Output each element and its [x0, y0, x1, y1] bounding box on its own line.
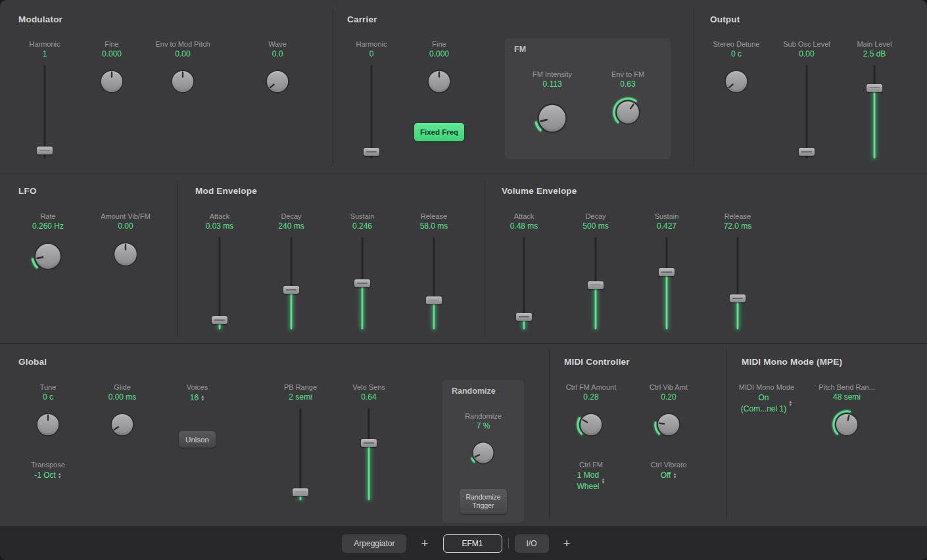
lfo-amount-knob[interactable] [110, 239, 141, 270]
modulator-fine-control: Fine 0.000 [76, 39, 148, 97]
carrier-fine-control: Fine 0.000 [403, 39, 475, 97]
main-level-slider[interactable] [866, 65, 883, 158]
carrier-fine-value[interactable]: 0.000 [429, 49, 449, 60]
pitch-bend-range-value[interactable]: 48 semi [833, 392, 861, 403]
mod-env-release-value[interactable]: 58.0 ms [420, 221, 448, 232]
fm-intensity-label: FM Intensity [533, 70, 572, 79]
carrier-harmonic-slider[interactable] [363, 65, 380, 158]
modulator-harmonic-control: Harmonic 1 [9, 39, 81, 158]
midi-mono-mode-value[interactable]: On (Com...nel 1) [741, 392, 786, 415]
wave-value[interactable]: 0.0 [272, 49, 283, 60]
voices-value[interactable]: 16 [190, 392, 199, 404]
modulator-harmonic-slider[interactable] [36, 65, 53, 158]
fm-intensity-value[interactable]: 0.113 [542, 79, 561, 90]
vol-env-attack-control: Attack 0.48 ms [488, 212, 560, 329]
vol-env-decay-value[interactable]: 500 ms [582, 221, 608, 232]
ctrl-fm-select-control: Ctrl FM 1 Mod Wheel ▲▼ [555, 460, 627, 492]
mod-env-attack-label: Attack [210, 212, 230, 221]
fixed-freq-button[interactable]: Fixed Freq [414, 123, 464, 141]
main-level-value[interactable]: 2.5 dB [863, 49, 886, 60]
transpose-stepper[interactable]: -1 Oct ▲▼ [34, 470, 62, 481]
stepper-arrows-icon[interactable]: ▲▼ [602, 478, 606, 484]
ctrl-vibrato-select[interactable]: Off ▲▼ [661, 470, 677, 481]
pb-range-value[interactable]: 2 semi [289, 392, 312, 403]
lfo-rate-knob[interactable] [30, 239, 66, 274]
stereo-detune-knob[interactable] [721, 66, 751, 97]
modulator-fine-value[interactable]: 0.000 [102, 49, 122, 60]
io-plugin-button[interactable]: I/O [515, 534, 549, 553]
vol-env-sustain-value[interactable]: 0.427 [657, 221, 677, 232]
stepper-down-icon[interactable]: ▼ [673, 476, 677, 479]
tune-value[interactable]: 0 c [43, 392, 53, 403]
stepper-down-icon[interactable]: ▼ [788, 404, 792, 407]
modulator-harmonic-value[interactable]: 1 [43, 49, 47, 60]
midi-mono-mode-select[interactable]: On (Com...nel 1) ▲▼ [741, 392, 792, 415]
stepper-arrows-icon[interactable]: ▲▼ [201, 395, 204, 402]
vol-env-sustain-slider[interactable] [658, 237, 675, 329]
wave-label: Wave [268, 39, 287, 49]
fm-panel-title: FM [514, 45, 526, 54]
add-plugin-icon[interactable]: + [563, 536, 571, 551]
mod-env-sustain-slider[interactable] [354, 237, 371, 329]
ctrl-vib-amt-value[interactable]: 0.20 [661, 392, 676, 403]
mod-env-sustain-value[interactable]: 0.246 [352, 221, 372, 232]
mod-env-release-slider[interactable] [425, 237, 442, 329]
fm-intensity-control: FM Intensity 0.113 [516, 70, 588, 137]
sub-osc-level-value[interactable]: 0.00 [799, 49, 814, 60]
stereo-detune-value[interactable]: 0 c [731, 49, 742, 60]
vol-env-attack-slider[interactable] [515, 237, 533, 329]
pb-range-slider[interactable] [292, 408, 309, 500]
stepper-arrows-icon[interactable]: ▲▼ [673, 473, 677, 479]
arpeggiator-plugin-button[interactable]: Arpeggiator [342, 534, 406, 553]
mod-env-decay-label: Decay [281, 212, 301, 221]
lfo-amount-value[interactable]: 0.00 [118, 221, 133, 232]
stepper-arrows-icon[interactable]: ▲▼ [58, 473, 62, 479]
efm1-plugin-button[interactable]: EFM1 [443, 534, 502, 553]
vol-env-attack-value[interactable]: 0.48 ms [510, 221, 538, 232]
stepper-down-icon[interactable]: ▼ [201, 398, 204, 402]
ctrl-fm-amount-value[interactable]: 0.28 [583, 392, 598, 403]
glide-value[interactable]: 0.00 ms [108, 392, 137, 403]
stepper-arrows-icon[interactable]: ▲▼ [788, 400, 792, 407]
env-to-mod-pitch-knob[interactable] [168, 66, 198, 97]
ctrl-fm-select-value[interactable]: 1 Mod Wheel [577, 470, 600, 492]
velo-sens-value[interactable]: 0.64 [361, 392, 376, 403]
carrier-harmonic-value[interactable]: 0 [369, 49, 374, 60]
ctrl-fm-amount-knob[interactable] [576, 409, 606, 440]
fm-intensity-knob[interactable] [533, 99, 571, 137]
stepper-down-icon[interactable]: ▼ [58, 476, 62, 479]
voices-stepper[interactable]: 16 ▲▼ [190, 392, 204, 404]
glide-knob[interactable] [107, 409, 137, 440]
mod-env-attack-slider[interactable] [211, 237, 228, 329]
unison-button[interactable]: Unison [179, 431, 216, 448]
mod-env-decay-value[interactable]: 240 ms [278, 221, 304, 232]
ctrl-vib-amt-knob[interactable] [654, 409, 684, 440]
vol-env-release-slider[interactable] [729, 237, 746, 329]
ctrl-vibrato-select-value[interactable]: Off [661, 470, 671, 481]
vol-env-decay-slider[interactable] [587, 237, 604, 329]
randomize-amount-knob[interactable] [469, 438, 498, 467]
sub-osc-level-slider[interactable] [798, 65, 815, 158]
env-to-fm-knob[interactable] [612, 97, 644, 128]
vol-env-release-value[interactable]: 72.0 ms [724, 221, 752, 232]
mod-env-attack-value[interactable]: 0.03 ms [206, 221, 234, 232]
env-to-fm-control: Env to FM 0.63 [592, 70, 664, 128]
ctrl-vibrato-select-label: Ctrl Vibrato [651, 460, 687, 469]
pitch-bend-range-knob[interactable] [832, 409, 862, 440]
mod-env-decay-slider[interactable] [283, 237, 300, 329]
section-divider [333, 8, 333, 167]
ctrl-fm-select[interactable]: 1 Mod Wheel ▲▼ [577, 470, 606, 492]
lfo-rate-value[interactable]: 0.260 Hz [32, 221, 64, 232]
modulator-fine-knob[interactable] [97, 66, 127, 97]
env-to-mod-pitch-value[interactable]: 0.00 [175, 49, 190, 60]
transpose-value[interactable]: -1 Oct [34, 470, 56, 481]
randomize-amount-value[interactable]: 7 % [477, 421, 490, 432]
stepper-down-icon[interactable]: ▼ [602, 481, 606, 484]
add-plugin-icon[interactable]: + [421, 536, 428, 551]
randomize-trigger-button[interactable]: Randomize Trigger [460, 489, 507, 514]
tune-knob[interactable] [33, 409, 63, 440]
carrier-fine-knob[interactable] [424, 66, 454, 97]
velo-sens-slider[interactable] [360, 408, 377, 500]
env-to-fm-value[interactable]: 0.63 [620, 79, 635, 90]
wave-knob[interactable] [262, 66, 293, 97]
